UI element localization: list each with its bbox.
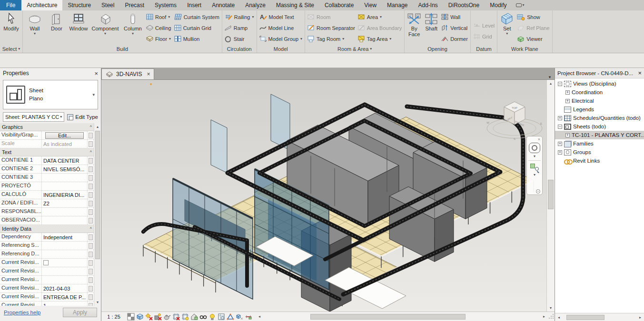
viewer-button[interactable]: Viewer bbox=[515, 33, 551, 44]
temporary-view-properties-icon[interactable] bbox=[217, 312, 226, 321]
browser-item-families[interactable]: +Families bbox=[555, 139, 644, 148]
ramp-button[interactable]: Ramp bbox=[223, 22, 256, 33]
wall-button[interactable]: Wall▾ bbox=[24, 11, 46, 36]
browser-item-sheets-todo-[interactable]: −Sheets (todo) bbox=[555, 122, 644, 131]
show-workplane-button[interactable]: Show bbox=[515, 11, 551, 22]
scroll-down-icon[interactable]: ▾ bbox=[94, 299, 101, 306]
door-button[interactable]: Door bbox=[46, 11, 68, 32]
horizontal-scrollbar[interactable]: ◂ ▸ bbox=[256, 312, 555, 321]
area-button[interactable]: Area▾ bbox=[357, 11, 403, 22]
associate-parameter-button[interactable] bbox=[88, 293, 94, 301]
tab-modify[interactable]: Modify bbox=[485, 0, 512, 10]
browser-item-electrical[interactable]: +Electrical bbox=[555, 97, 644, 105]
associate-parameter-button[interactable] bbox=[88, 191, 94, 199]
properties-scrollbar[interactable]: ▴ ▾ bbox=[94, 123, 101, 306]
property-value[interactable]: 2021-04-03 bbox=[42, 284, 88, 292]
tab-dirootsone[interactable]: DiRootsOne bbox=[443, 0, 485, 10]
property-value[interactable] bbox=[42, 267, 88, 275]
zoom-dropdown-icon[interactable]: ▾ bbox=[534, 173, 535, 177]
property-value[interactable] bbox=[42, 242, 88, 250]
tab-file[interactable]: File bbox=[0, 0, 21, 10]
ceiling-button[interactable]: Ceiling bbox=[145, 22, 173, 33]
expand-icon[interactable]: + bbox=[565, 133, 570, 137]
component-button[interactable]: Component▾ bbox=[89, 11, 121, 36]
property-value[interactable] bbox=[42, 182, 88, 190]
3d-viewport[interactable]: TOP LEFT FRONT W E S × ▾ bbox=[101, 80, 546, 311]
view-tab-list-icon[interactable]: ▾ bbox=[545, 75, 555, 79]
window-button[interactable]: Window bbox=[68, 11, 89, 32]
browser-item-revit-links[interactable]: Revit Links bbox=[555, 156, 644, 165]
reveal-constraints-icon[interactable] bbox=[244, 312, 253, 321]
mullion-button[interactable]: Mullion bbox=[173, 33, 221, 44]
associate-parameter-button[interactable] bbox=[88, 242, 94, 250]
project-browser-close-icon[interactable]: × bbox=[638, 69, 642, 77]
property-value[interactable] bbox=[42, 259, 88, 267]
visual-style-icon[interactable] bbox=[135, 312, 144, 321]
browser-item-legends[interactable]: Legends bbox=[555, 105, 644, 114]
scroll-thumb[interactable] bbox=[310, 314, 466, 320]
view-tab-3d-navis[interactable]: 3D-NAVIS × bbox=[101, 68, 154, 79]
displacement-sets-icon[interactable] bbox=[235, 312, 244, 321]
edit-button[interactable]: Edit... bbox=[45, 132, 84, 139]
section-header[interactable]: Text^ bbox=[0, 148, 94, 156]
properties-help-link[interactable]: Properties help bbox=[4, 310, 40, 315]
property-value[interactable] bbox=[42, 174, 88, 182]
curtain-system-button[interactable]: Curtain System bbox=[173, 11, 221, 22]
scroll-thumb[interactable] bbox=[548, 180, 554, 209]
panel-label-room-area[interactable]: Room & Area▾ bbox=[306, 45, 403, 53]
scroll-up-icon[interactable]: ▴ bbox=[547, 80, 555, 87]
associate-parameter-button[interactable] bbox=[88, 250, 94, 258]
property-value[interactable]: As indicated bbox=[42, 140, 88, 148]
tab-steel[interactable]: Steel bbox=[96, 0, 119, 10]
shaft-button[interactable]: Shaft bbox=[423, 11, 440, 32]
tab-view[interactable]: View bbox=[359, 0, 382, 10]
level-button[interactable]: Level bbox=[472, 20, 496, 31]
scroll-thumb[interactable] bbox=[95, 131, 100, 259]
collapse-icon[interactable]: ^ bbox=[90, 150, 92, 155]
associate-parameter-button[interactable] bbox=[88, 199, 94, 207]
panel-label-select[interactable]: Select▾ bbox=[1, 45, 21, 53]
associate-parameter-button[interactable] bbox=[88, 284, 94, 292]
browser-item-views-disciplina-[interactable]: −Views (Disciplina) bbox=[555, 79, 644, 88]
by-face-button[interactable]: By Face bbox=[406, 11, 423, 37]
collapse-icon[interactable]: − bbox=[558, 82, 562, 86]
property-value[interactable]: Edit... bbox=[42, 131, 88, 139]
collapse-icon[interactable]: − bbox=[558, 125, 562, 129]
tag-room-button[interactable]: Tag Room▾ bbox=[306, 33, 357, 44]
rendering-dialog-icon[interactable] bbox=[162, 312, 171, 321]
tab-architecture[interactable]: Architecture bbox=[21, 0, 62, 10]
associate-parameter-button[interactable] bbox=[88, 140, 94, 148]
browser-item-groups[interactable]: +Groups bbox=[555, 148, 644, 156]
associate-parameter-button[interactable] bbox=[88, 216, 94, 224]
properties-close-icon[interactable]: × bbox=[94, 70, 98, 77]
associate-parameter-button[interactable] bbox=[88, 302, 94, 306]
browser-item-tc-101-plantas-y-cort-[interactable]: +TC-101 - PLANTAS Y CORT... bbox=[555, 131, 644, 139]
view-tab-close-icon[interactable]: × bbox=[147, 71, 150, 78]
property-value[interactable]: Independent bbox=[42, 233, 88, 241]
set-button[interactable]: Set▾ bbox=[498, 11, 515, 36]
tab-annotate[interactable]: Annotate bbox=[207, 0, 240, 10]
temporary-hide-isolate-icon[interactable] bbox=[198, 312, 208, 321]
property-value[interactable] bbox=[42, 216, 88, 224]
property-value[interactable]: 1 bbox=[42, 302, 88, 306]
crop-view-icon[interactable] bbox=[171, 312, 180, 321]
tab-manage[interactable]: Manage bbox=[382, 0, 413, 10]
element-filter-combo[interactable]: Sheet: PLANTAS Y CC▾ bbox=[3, 112, 64, 122]
section-header[interactable]: Graphics^ bbox=[0, 123, 94, 131]
property-value[interactable]: DATA CENTER bbox=[42, 156, 88, 165]
detail-level-icon[interactable] bbox=[126, 312, 135, 321]
scroll-up-icon[interactable]: ▴ bbox=[94, 123, 101, 130]
associate-parameter-button[interactable] bbox=[88, 259, 94, 267]
associate-parameter-button[interactable] bbox=[88, 182, 94, 190]
associate-parameter-button[interactable] bbox=[88, 131, 94, 139]
room-separator-button[interactable]: Room Separator bbox=[306, 22, 357, 33]
column-button[interactable]: Column▾ bbox=[121, 11, 145, 36]
browser-horizontal-scrollbar[interactable]: ◂ ▸ bbox=[555, 313, 644, 321]
zoom-tool-icon[interactable] bbox=[530, 163, 539, 172]
sun-path-icon[interactable] bbox=[144, 312, 153, 321]
locked-3d-view-icon[interactable] bbox=[189, 312, 198, 321]
property-value[interactable]: INGENIERIA DI... bbox=[42, 191, 88, 199]
reveal-hidden-elements-icon[interactable] bbox=[208, 312, 217, 321]
collapse-icon[interactable]: ^ bbox=[90, 125, 92, 129]
scroll-right-icon[interactable]: ▸ bbox=[540, 314, 548, 319]
